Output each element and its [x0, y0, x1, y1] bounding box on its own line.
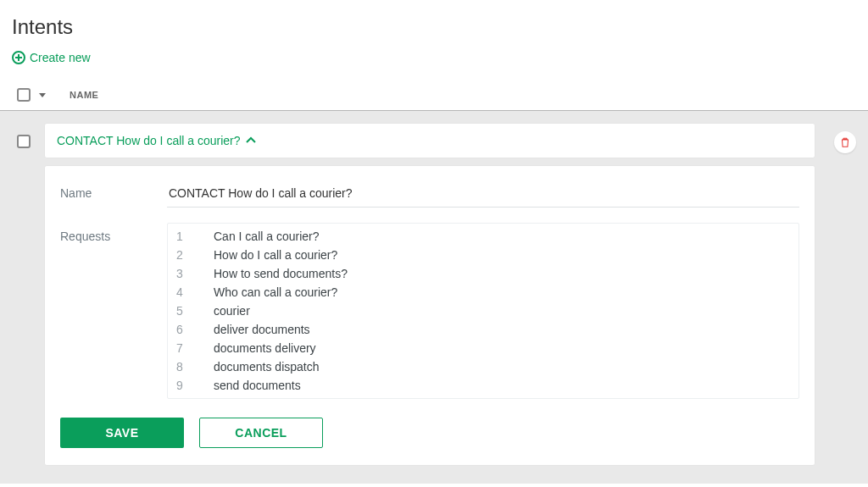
request-number: 4 — [176, 285, 188, 299]
request-item[interactable]: 3How to send documents? — [168, 264, 798, 283]
requests-label: Requests — [60, 223, 167, 243]
request-text: Who can call a courier? — [214, 285, 337, 299]
content-area: CONTACT How do I call a courier? Name Re… — [0, 111, 868, 484]
request-text: Can I call a courier? — [214, 230, 320, 243]
request-item[interactable]: 2How do I call a courier? — [168, 246, 798, 264]
request-number: 6 — [176, 323, 188, 336]
request-text: documents dispatch — [214, 360, 320, 374]
requests-list: 1Can I call a courier?2How do I call a c… — [167, 223, 799, 399]
save-button[interactable]: SAVE — [60, 418, 184, 448]
plus-circle-icon — [12, 51, 25, 64]
name-label: Name — [60, 180, 167, 200]
request-item[interactable]: 5courier — [168, 302, 798, 320]
name-input[interactable] — [167, 180, 799, 208]
request-item[interactable]: 4Who can call a courier? — [168, 283, 798, 302]
request-text: deliver documents — [214, 323, 310, 336]
request-number: 8 — [176, 360, 188, 374]
intent-header[interactable]: CONTACT How do I call a courier? — [44, 123, 815, 158]
request-item[interactable]: 8documents dispatch — [168, 357, 798, 376]
request-item[interactable]: 7documents delivery — [168, 339, 798, 357]
delete-button[interactable] — [834, 131, 856, 153]
requests-field-row: Requests 1Can I call a courier?2How do I… — [60, 223, 799, 399]
request-number: 1 — [176, 230, 188, 243]
request-text: courier — [214, 304, 250, 318]
form-buttons: SAVE CANCEL — [60, 418, 799, 448]
select-all-checkbox[interactable] — [17, 88, 31, 102]
intent-body: Name Requests 1Can I call a courier?2How… — [44, 165, 815, 466]
trash-icon — [839, 136, 851, 148]
request-item[interactable]: 1Can I call a courier? — [168, 227, 798, 246]
request-number: 3 — [176, 267, 188, 280]
chevron-down-icon[interactable] — [39, 93, 46, 97]
request-item[interactable]: 6deliver documents — [168, 320, 798, 339]
column-header-name: NAME — [70, 90, 98, 100]
create-new-label: Create new — [30, 51, 91, 64]
row-checkbox[interactable] — [17, 135, 31, 148]
create-new-button[interactable]: Create new — [0, 51, 103, 80]
table-header-row: NAME — [0, 80, 868, 111]
request-number: 9 — [176, 379, 188, 392]
intent-card: CONTACT How do I call a courier? Name Re… — [44, 123, 815, 466]
request-text: send documents — [214, 379, 301, 392]
request-text: documents delivery — [214, 341, 316, 355]
page-title: Intents — [0, 0, 868, 51]
request-number: 7 — [176, 341, 188, 355]
intent-row: CONTACT How do I call a courier? Name Re… — [12, 123, 856, 466]
request-text: How to send documents? — [214, 267, 348, 280]
cancel-button[interactable]: CANCEL — [199, 418, 323, 448]
request-item[interactable]: 9send documents — [168, 376, 798, 395]
request-number: 5 — [176, 304, 188, 318]
request-number: 2 — [176, 248, 188, 262]
intent-title: CONTACT How do I call a courier? — [57, 134, 241, 147]
chevron-up-icon — [246, 136, 256, 145]
request-text: How do I call a courier? — [214, 248, 337, 262]
name-field-row: Name — [60, 180, 799, 208]
